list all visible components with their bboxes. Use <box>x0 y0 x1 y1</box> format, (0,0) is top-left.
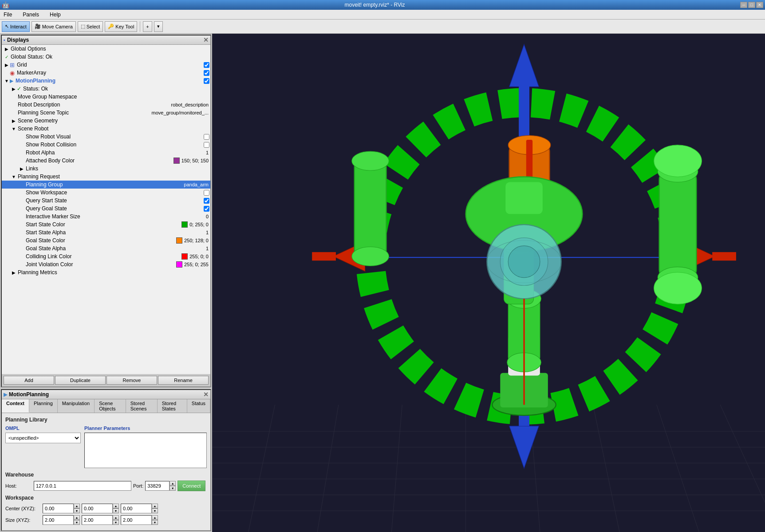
left-panel: ▪ Displays ✕ ▶ Global Options ✓ Global S… <box>0 34 212 532</box>
center-y-up[interactable]: ▲ <box>113 504 119 508</box>
item-label: Start State Alpha <box>25 229 206 236</box>
tree-item-goal-state-color[interactable]: Goal State Color 250; 128; 0 <box>2 236 210 244</box>
menu-panels[interactable]: Panels <box>21 11 41 19</box>
size-z-input[interactable] <box>121 515 152 525</box>
tree-item-global-options[interactable]: ▶ Global Options <box>2 45 210 53</box>
menu-file[interactable]: File <box>2 11 14 19</box>
show-workspace-checkbox[interactable] <box>204 190 209 196</box>
grid-checkbox[interactable] <box>204 62 209 68</box>
center-x-down[interactable]: ▼ <box>74 508 80 513</box>
center-z-up[interactable]: ▲ <box>152 504 158 508</box>
planner-dropdown[interactable]: <unspecified> <box>6 435 80 441</box>
add-tool-button[interactable]: + <box>143 21 152 32</box>
tree-item-planning-scene-topic[interactable]: Planning Scene Topic move_group/monitore… <box>2 109 210 117</box>
tree-item-links[interactable]: ▶ Links <box>2 165 210 173</box>
tree-item-scene-geometry[interactable]: ▶ Scene Geometry <box>2 117 210 125</box>
attached-body-color-swatch[interactable] <box>174 158 180 164</box>
port-input[interactable] <box>145 481 170 491</box>
interact-button[interactable]: ↖ Interact <box>2 21 30 32</box>
joint-violation-color-swatch[interactable] <box>176 261 182 268</box>
rename-display-button[interactable]: Rename <box>158 376 209 385</box>
port-spin-down[interactable]: ▼ <box>170 486 176 491</box>
tree-item-colliding-link-color[interactable]: Colliding Link Color 255; 0; 0 <box>2 252 210 260</box>
duplicate-display-button[interactable]: Duplicate <box>55 376 106 385</box>
svg-point-54 <box>508 246 540 278</box>
colliding-link-color-swatch[interactable] <box>181 253 188 260</box>
tree-item-status-ok[interactable]: ▶ ✓ Status: Ok <box>2 85 210 93</box>
tree-item-start-state-color[interactable]: Start State Color 0; 255; 0 <box>2 221 210 229</box>
tree-item-planning-request[interactable]: ▼ Planning Request <box>2 173 210 181</box>
key-tool-button[interactable]: 🔑 Key Tool <box>105 21 137 32</box>
maximize-button[interactable]: □ <box>748 2 755 8</box>
center-z-input[interactable] <box>121 504 152 513</box>
size-z-up[interactable]: ▲ <box>152 515 158 520</box>
tree-item-scene-robot[interactable]: ▼ Scene Robot <box>2 125 210 133</box>
tab-manipulation[interactable]: Manipulation <box>58 399 95 413</box>
tab-planning[interactable]: Planning <box>29 399 58 413</box>
center-y-down[interactable]: ▼ <box>113 508 119 513</box>
mp-close-icon[interactable]: ✕ <box>203 391 209 398</box>
size-y-input[interactable] <box>82 515 113 525</box>
tab-stored-scenes[interactable]: Stored Scenes <box>126 399 158 413</box>
displays-close-icon[interactable]: ✕ <box>203 36 209 43</box>
show-robot-collision-checkbox[interactable] <box>204 142 209 148</box>
tree-item-show-robot-collision[interactable]: Show Robot Collision <box>2 141 210 149</box>
goal-state-color-swatch[interactable] <box>176 237 182 244</box>
remove-display-button[interactable]: Remove <box>106 376 157 385</box>
tree-item-planning-group[interactable]: Planning Group panda_arm <box>2 181 210 189</box>
minimize-button[interactable]: ─ <box>740 2 747 8</box>
menu-help[interactable]: Help <box>48 11 63 19</box>
tree-item-query-start-state[interactable]: Query Start State <box>2 197 210 205</box>
tree-item-query-goal-state[interactable]: Query Goal State <box>2 205 210 213</box>
tool-dropdown-button[interactable]: ▾ <box>154 21 163 32</box>
window-controls[interactable]: ─ □ ✕ <box>740 2 763 8</box>
markerarray-checkbox[interactable] <box>204 70 209 76</box>
center-z-down[interactable]: ▼ <box>152 508 158 513</box>
size-z-down[interactable]: ▼ <box>152 520 158 525</box>
tree-item-planning-metrics[interactable]: ▶ Planning Metrics <box>2 268 210 276</box>
tree-item-robot-alpha[interactable]: Robot Alpha 1 <box>2 149 210 157</box>
planner-dropdown-container[interactable]: <unspecified> <box>5 433 81 443</box>
size-x-input[interactable] <box>43 515 74 525</box>
connect-button[interactable]: Connect <box>177 481 205 491</box>
tree-item-move-group-ns[interactable]: Move Group Namespace <box>2 93 210 101</box>
tab-stored-states[interactable]: Stored States <box>158 399 187 413</box>
size-x-up[interactable]: ▲ <box>74 515 80 520</box>
tab-status[interactable]: Status <box>187 399 210 413</box>
robot-alpha-value: 1 <box>206 150 210 155</box>
tree-item-show-workspace[interactable]: Show Workspace <box>2 189 210 197</box>
tab-scene-objects[interactable]: Scene Objects <box>95 399 126 413</box>
center-x-input[interactable] <box>43 504 74 513</box>
size-x-down[interactable]: ▼ <box>74 520 80 525</box>
move-camera-button[interactable]: 🎥 Move Camera <box>32 21 76 32</box>
tree-item-interactive-marker-size[interactable]: Interactive Marker Size 0 <box>2 213 210 221</box>
center-y-input[interactable] <box>82 504 113 513</box>
tree-item-motionplanning[interactable]: ▼ ▶ MotionPlanning <box>2 77 210 85</box>
select-button[interactable]: ⬚ Select <box>78 21 103 32</box>
3d-viewport[interactable]: › <box>212 34 765 532</box>
close-button[interactable]: ✕ <box>756 2 763 8</box>
tree-item-robot-description[interactable]: Robot Description robot_description <box>2 101 210 109</box>
show-robot-visual-checkbox[interactable] <box>204 134 209 140</box>
tree-item-markerarray[interactable]: ◉ MarkerArray <box>2 69 210 77</box>
displays-tree[interactable]: ▶ Global Options ✓ Global Status: Ok ▶ ⊞… <box>2 45 210 374</box>
motionplanning-checkbox[interactable] <box>204 78 209 84</box>
tree-item-show-robot-visual[interactable]: Show Robot Visual <box>2 133 210 141</box>
center-x-up[interactable]: ▲ <box>74 504 80 508</box>
start-state-color-swatch[interactable] <box>181 221 188 228</box>
tree-item-grid[interactable]: ▶ ⊞ Grid <box>2 61 210 69</box>
query-goal-state-checkbox[interactable] <box>204 206 209 212</box>
select-icon: ⬚ <box>81 24 85 29</box>
size-y-up[interactable]: ▲ <box>113 515 119 520</box>
port-spin-up[interactable]: ▲ <box>170 481 176 486</box>
host-input[interactable] <box>34 481 131 491</box>
add-display-button[interactable]: Add <box>4 376 54 385</box>
tree-item-start-state-alpha[interactable]: Start State Alpha 1 <box>2 229 210 236</box>
tree-item-attached-body-color[interactable]: Attached Body Color 150; 50; 150 <box>2 157 210 165</box>
tab-context[interactable]: Context <box>2 399 29 413</box>
query-start-state-checkbox[interactable] <box>204 198 209 204</box>
tree-item-global-status[interactable]: ✓ Global Status: Ok <box>2 53 210 61</box>
tree-item-goal-state-alpha[interactable]: Goal State Alpha 1 <box>2 244 210 252</box>
size-y-down[interactable]: ▼ <box>113 520 119 525</box>
tree-item-joint-violation-color[interactable]: Joint Violation Color 255; 0; 255 <box>2 260 210 268</box>
